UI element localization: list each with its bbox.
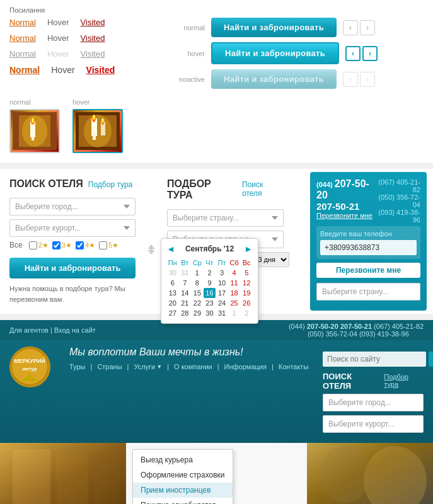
cal-day[interactable]: 14 xyxy=(179,288,192,298)
thumb-image-hover[interactable] xyxy=(72,109,123,153)
link-normal-2[interactable]: Normal xyxy=(9,33,36,43)
cal-day[interactable]: 8 xyxy=(191,278,204,288)
tour-search-link-from-hotel[interactable]: Подбор тура xyxy=(88,180,132,189)
city-select[interactable]: Выберите город... xyxy=(9,198,136,215)
link-normal-4[interactable]: Normal xyxy=(9,65,40,75)
cal-day[interactable]: 28 xyxy=(179,308,192,318)
cal-day[interactable]: 11 xyxy=(228,278,241,288)
cal-th-wed: Ср xyxy=(191,258,204,268)
star-2-label: 2★ xyxy=(38,241,49,249)
cal-next-btn[interactable]: ► xyxy=(244,244,253,254)
cal-day[interactable]: 18 xyxy=(228,288,241,298)
link-visited-1[interactable]: Visited xyxy=(81,18,105,27)
cal-day[interactable]: 1 xyxy=(228,308,241,318)
nav-tours[interactable]: Туры xyxy=(69,363,86,370)
cal-day[interactable]: 2 xyxy=(240,308,253,318)
arrow-right-noactive: › xyxy=(360,72,375,87)
link-visited-4[interactable]: Visited xyxy=(86,65,115,75)
cal-day[interactable]: 15 xyxy=(191,288,204,298)
cal-day[interactable]: 22 xyxy=(191,298,204,308)
link-normal-1[interactable]: Normal xyxy=(9,18,36,27)
cal-day[interactable]: 30 xyxy=(166,268,179,278)
star-4-label: 4★ xyxy=(85,241,95,249)
arrow-right-hover[interactable]: › xyxy=(362,46,378,61)
phone-number-input[interactable] xyxy=(320,240,417,255)
cal-day[interactable]: 25 xyxy=(228,298,241,308)
link-normal-3[interactable]: Normal xyxy=(9,49,36,59)
footer-resort-select[interactable]: Выберите курорт... xyxy=(323,415,424,433)
cal-day[interactable]: 6 xyxy=(166,278,179,288)
resort-select[interactable]: Выберите курорт... xyxy=(9,219,136,237)
cal-day[interactable]: 5 xyxy=(240,268,253,278)
hotel-search-link-from-tour[interactable]: Поиск отеля xyxy=(242,180,284,198)
cal-day[interactable]: 23 xyxy=(204,298,216,308)
cal-day[interactable]: 31 xyxy=(179,268,192,278)
star-5-input[interactable] xyxy=(99,241,107,249)
services-dropdown: Выезд курьера Оформление страховки Прием… xyxy=(132,449,233,504)
star-5-checkbox[interactable]: 5★ xyxy=(99,241,118,249)
cal-day[interactable]: 9 xyxy=(204,278,216,288)
site-search-input[interactable] xyxy=(323,352,426,367)
country-select[interactable]: Выберите страну... xyxy=(167,209,284,227)
cal-day[interactable]: 1 xyxy=(191,268,204,278)
cal-day[interactable]: 31 xyxy=(216,308,228,318)
cal-day[interactable]: 20 xyxy=(166,298,179,308)
star-3-input[interactable] xyxy=(52,241,61,249)
bottom-section: Выезд курьера Оформление страховки Прием… xyxy=(0,443,433,504)
cal-day[interactable]: 13 xyxy=(166,288,179,298)
nav-services[interactable]: Услуги ▼ xyxy=(134,363,162,370)
star-3-checkbox[interactable]: 3★ xyxy=(52,241,72,249)
cal-day[interactable]: 19 xyxy=(240,288,253,298)
dropdown-item-courier[interactable]: Выезд курьера xyxy=(133,452,233,467)
dropdown-item-insurance[interactable]: Оформление страховки xyxy=(133,467,233,483)
footer-logo: МЕРКУРИЙ интур xyxy=(9,346,50,387)
footer-hotel-link[interactable]: Подбор тура xyxy=(384,373,424,388)
book-button-normal[interactable]: Найти и забронировать xyxy=(211,18,337,37)
cal-day[interactable]: 3 xyxy=(216,268,228,278)
cal-day[interactable]: 26 xyxy=(240,298,253,308)
book-button-hover[interactable]: Найти и забронировать xyxy=(211,42,339,64)
nav-about[interactable]: О компании xyxy=(174,363,212,370)
cal-day[interactable]: 29 xyxy=(191,308,204,318)
logo-svg: МЕРКУРИЙ интур xyxy=(9,346,50,387)
cal-day[interactable]: 7 xyxy=(179,278,192,288)
link-hover-3: Hover xyxy=(47,49,69,59)
cal-day[interactable]: 10 xyxy=(216,278,228,288)
dropdown-item-tickets[interactable]: Покупка авиабилетов xyxy=(133,498,233,504)
cal-day[interactable]: 12 xyxy=(240,278,253,288)
site-search-button[interactable]: Найти xyxy=(429,352,433,367)
cal-day[interactable]: 21 xyxy=(179,298,192,308)
nav-info[interactable]: Информация xyxy=(224,363,267,370)
calendar-overlay: ◄ Сентябрь '12 ► Пн Вт Ср Чт Пт Сб Вс 30 xyxy=(161,238,258,324)
footer-city-select[interactable]: Выберите город... xyxy=(323,394,424,411)
arrow-left-normal[interactable]: ‹ xyxy=(343,20,358,35)
nav-contacts[interactable]: Контакты xyxy=(279,363,309,370)
link-visited-3[interactable]: Visited xyxy=(81,49,105,59)
callback-button[interactable]: Перезвоните мне xyxy=(316,263,420,278)
cal-day[interactable]: 2 xyxy=(204,268,216,278)
cal-day[interactable]: 27 xyxy=(166,308,179,318)
callback-link-top[interactable]: Перезвоните мне xyxy=(316,212,375,219)
cal-day[interactable]: 30 xyxy=(204,308,216,318)
star-4-input[interactable] xyxy=(76,241,84,249)
country-select-popup[interactable]: Выберите страну... xyxy=(316,283,420,301)
cal-day-selected[interactable]: 16 xyxy=(204,288,216,298)
footer-site-link[interactable]: Вход на сайт xyxy=(54,326,96,334)
cal-day[interactable]: 17 xyxy=(216,288,228,298)
footer-agent-link[interactable]: Для агентов xyxy=(9,326,49,334)
link-visited-2[interactable]: Visited xyxy=(81,33,105,43)
star-2-input[interactable] xyxy=(29,241,37,249)
star-2-checkbox[interactable]: 2★ xyxy=(29,241,49,249)
cal-day[interactable]: 24 xyxy=(216,298,228,308)
svg-point-31 xyxy=(320,446,370,503)
arrow-left-hover[interactable]: ‹ xyxy=(345,46,361,61)
cal-day[interactable]: 4 xyxy=(228,268,241,278)
dropdown-item-foreigners[interactable]: Прием иностранцев xyxy=(133,483,233,498)
nav-countries[interactable]: Страны xyxy=(97,363,122,370)
arrow-right-normal[interactable]: › xyxy=(360,20,375,35)
hotel-search-button[interactable]: Найти и забронировать xyxy=(9,258,136,278)
cal-prev-btn[interactable]: ◄ xyxy=(166,244,175,254)
cal-week-5: 27 28 29 30 31 1 2 xyxy=(166,308,253,318)
thumb-image-normal[interactable] xyxy=(9,109,60,153)
star-4-checkbox[interactable]: 4★ xyxy=(76,241,95,249)
